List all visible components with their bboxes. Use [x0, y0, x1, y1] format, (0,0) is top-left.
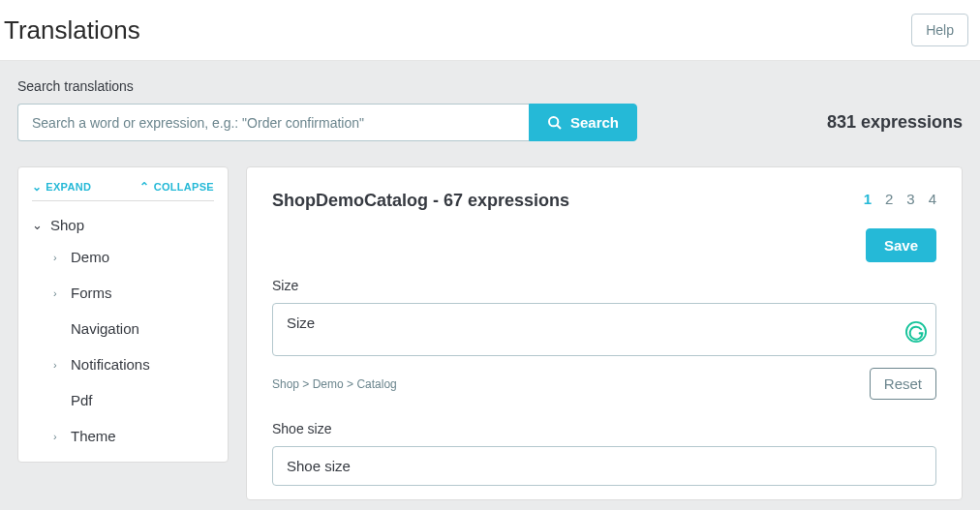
- sidebar-item-label: Demo: [71, 249, 109, 265]
- tree-root-shop[interactable]: ⌄ Shop: [32, 211, 214, 239]
- expression-count: 831 expressions: [827, 112, 963, 133]
- main-panel: ShopDemoCatalog - 67 expressions 1234 Sa…: [246, 166, 963, 500]
- search-label: Search translations: [17, 78, 963, 94]
- help-button[interactable]: Help: [911, 14, 968, 46]
- main-title: ShopDemoCatalog - 67 expressions: [272, 191, 569, 211]
- svg-line-1: [557, 125, 561, 129]
- grammarly-icon: [905, 321, 927, 343]
- page-link-2[interactable]: 2: [885, 191, 893, 207]
- page-link-4[interactable]: 4: [929, 191, 936, 207]
- expand-all-button[interactable]: ⌄ EXPAND: [32, 181, 91, 193]
- search-button[interactable]: Search: [529, 104, 637, 141]
- sidebar-item-navigation[interactable]: ›Navigation: [53, 311, 214, 346]
- chevron-right-icon: ›: [53, 359, 63, 371]
- field-label: Shoe size: [272, 421, 936, 436]
- chevron-down-icon: ⌄: [32, 218, 43, 232]
- sidebar-item-label: Navigation: [71, 320, 139, 337]
- svg-point-0: [549, 117, 558, 126]
- reset-button[interactable]: Reset: [870, 368, 936, 400]
- page-link-3[interactable]: 3: [906, 191, 914, 207]
- sidebar-item-label: Pdf: [71, 392, 93, 408]
- sidebar-item-label: Theme: [71, 428, 116, 444]
- pagination: 1234: [864, 191, 936, 207]
- sidebar-item-label: Notifications: [71, 356, 150, 373]
- search-input[interactable]: [17, 104, 529, 141]
- translation-input[interactable]: [272, 303, 936, 356]
- page-title: Translations: [4, 15, 140, 45]
- search-button-label: Search: [570, 114, 619, 131]
- translation-input[interactable]: [272, 446, 936, 486]
- tree-root-label: Shop: [50, 217, 84, 233]
- collapse-label: COLLAPSE: [154, 181, 214, 193]
- chevron-right-icon: ›: [53, 431, 63, 442]
- chevron-up-icon: ⌃: [139, 181, 149, 193]
- page-link-1[interactable]: 1: [864, 191, 872, 207]
- sidebar-item-forms[interactable]: ›Forms: [53, 275, 214, 311]
- search-panel: Search translations Search 831 expressio…: [0, 61, 980, 166]
- save-button[interactable]: Save: [866, 228, 936, 262]
- sidebar-item-demo[interactable]: ›Demo: [53, 239, 214, 275]
- breadcrumb: Shop > Demo > Catalog: [272, 377, 397, 391]
- sidebar: ⌄ EXPAND ⌃ COLLAPSE ⌄ Shop ›Demo›Forms›N…: [17, 166, 229, 463]
- sidebar-item-label: Forms: [71, 285, 112, 301]
- sidebar-item-pdf[interactable]: ›Pdf: [53, 382, 214, 418]
- expand-label: EXPAND: [46, 181, 91, 193]
- search-icon: [547, 115, 563, 131]
- chevron-right-icon: ›: [53, 252, 63, 263]
- sidebar-item-theme[interactable]: ›Theme: [53, 418, 214, 454]
- collapse-all-button[interactable]: ⌃ COLLAPSE: [139, 181, 214, 193]
- field-label: Size: [272, 278, 936, 293]
- sidebar-item-notifications[interactable]: ›Notifications: [53, 346, 214, 382]
- chevron-right-icon: ›: [53, 287, 63, 299]
- chevron-down-icon: ⌄: [32, 181, 42, 193]
